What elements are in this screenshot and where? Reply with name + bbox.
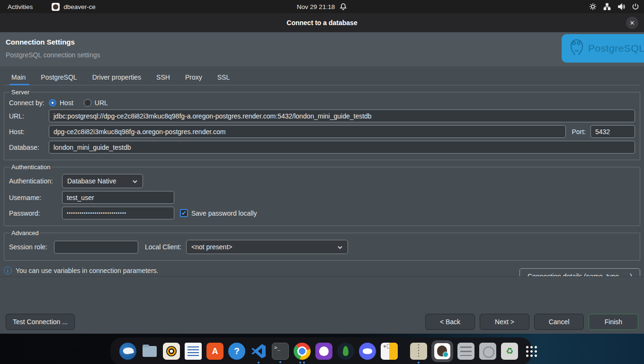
discord-icon[interactable] <box>359 343 376 360</box>
system-status-area[interactable] <box>589 3 639 10</box>
files-icon[interactable] <box>141 343 158 360</box>
archive-manager-icon[interactable] <box>410 343 427 360</box>
authentication-select[interactable]: Database Native <box>62 174 143 188</box>
dbeaver-app-icon <box>52 3 60 11</box>
network-icon <box>603 3 611 10</box>
page-subtitle: PostgreSQL connection settings <box>6 51 100 59</box>
focused-app-name: dbeaver-ce <box>63 3 96 10</box>
rhythmbox-icon[interactable] <box>163 343 180 360</box>
disks-icon[interactable] <box>479 343 496 360</box>
save-password-label: Save password locally <box>191 209 257 217</box>
trash-icon[interactable]: ♻ <box>501 343 518 360</box>
postgresql-elephant-icon <box>568 38 585 59</box>
radio-host-label: Host <box>60 99 73 107</box>
server-group: Server Connect by: Host URL <box>4 89 640 160</box>
wizard-header: Connection Settings PostgreSQL connectio… <box>0 32 644 66</box>
volume-icon <box>617 3 625 10</box>
authentication-legend: Authentication <box>10 164 52 171</box>
database-label: Database: <box>9 144 49 151</box>
brightness-icon <box>589 3 597 10</box>
mongodb-compass-icon[interactable] <box>337 343 354 360</box>
database-input[interactable] <box>49 141 635 154</box>
session-role-label: Session role: <box>9 243 54 251</box>
postgresql-logo-text: PostgreSQL <box>588 43 644 54</box>
server-legend: Server <box>10 89 31 96</box>
chevron-down-icon <box>132 178 138 184</box>
wizard-button-bar: Test Connection ... < Back Next > Cancel… <box>0 314 644 330</box>
thunderbird-icon[interactable] <box>119 343 136 360</box>
bell-icon <box>340 3 347 10</box>
postgresql-logo: PostgreSQL <box>562 34 644 63</box>
radio-host-dot-icon <box>49 99 56 107</box>
host-input[interactable] <box>49 125 566 138</box>
ubuntu-software-icon[interactable] <box>206 343 224 360</box>
tab-ssl[interactable]: SSL <box>216 71 231 85</box>
password-input[interactable] <box>62 207 174 219</box>
hint-text: You can use variables in connection para… <box>16 266 158 274</box>
back-button[interactable]: < Back <box>425 314 475 330</box>
dbeaver-taskbar-icon[interactable] <box>431 340 453 362</box>
session-role-input[interactable] <box>54 241 138 254</box>
dialog-titlebar: Connect to a database ✕ <box>0 13 644 32</box>
local-client-label: Local Client: <box>145 243 181 251</box>
port-input[interactable] <box>590 125 635 138</box>
tab-main[interactable]: Main <box>10 71 27 85</box>
advanced-legend: Advanced <box>10 229 40 237</box>
finish-button[interactable]: Finish <box>589 314 638 330</box>
activities-button[interactable]: Activities <box>8 3 33 10</box>
url-input[interactable] <box>49 109 635 122</box>
dbeaver-logo-icon <box>434 343 450 359</box>
local-client-select[interactable]: <not present> <box>186 240 348 254</box>
test-connection-button[interactable]: Test Connection ... <box>6 314 75 330</box>
authentication-value: Database Native <box>67 177 116 185</box>
username-input[interactable] <box>62 191 174 204</box>
terminal-icon[interactable]: >_ <box>272 343 289 360</box>
power-icon <box>632 3 639 10</box>
radio-url-label: URL <box>95 99 108 107</box>
radio-url-dot-icon <box>84 99 91 107</box>
port-label: Port: <box>572 128 586 136</box>
dialog-body: Main PostgreSQL Driver properties SSH Pr… <box>0 66 644 334</box>
screen: Activities dbeaver-ce Nov 29 21:18 <box>0 0 644 364</box>
radio-connect-by-host[interactable]: Host <box>49 99 73 107</box>
focused-app-menu[interactable]: dbeaver-ce <box>52 3 96 11</box>
close-icon[interactable]: ✕ <box>626 17 638 29</box>
save-password-checkbox[interactable]: ✔ <box>180 209 188 217</box>
radio-connect-by-url[interactable]: URL <box>84 99 108 107</box>
page-title: Connection Settings <box>6 38 75 46</box>
url-label: URL: <box>9 112 49 120</box>
dock: >_ ♻ <box>110 337 532 364</box>
cancel-button[interactable]: Cancel <box>534 314 584 330</box>
dialog-title: Connect to a database <box>286 19 357 27</box>
connect-by-label: Connect by: <box>9 99 49 107</box>
authentication-group: Authentication Authentication: Database … <box>4 164 640 226</box>
settings-icon[interactable] <box>457 343 474 360</box>
tab-driver-properties[interactable]: Driver properties <box>91 71 142 85</box>
desktop-wallpaper: >_ ♻ <box>0 334 644 364</box>
chevron-down-icon <box>337 244 343 250</box>
help-icon[interactable] <box>228 343 245 360</box>
main-tab-content: Main PostgreSQL Driver properties SSH Pr… <box>0 66 644 277</box>
advanced-group: Advanced Session role: Local Client: <no… <box>4 229 640 261</box>
libreoffice-writer-icon[interactable] <box>185 343 202 360</box>
password-label: Password: <box>9 209 62 217</box>
host-label: Host: <box>9 128 49 136</box>
github-desktop-icon[interactable] <box>315 343 332 360</box>
tab-proxy[interactable]: Proxy <box>184 71 203 85</box>
system-topbar: Activities dbeaver-ce Nov 29 21:18 <box>0 0 644 13</box>
connection-details-button[interactable]: Connection details (name, type, ... ) <box>519 268 640 277</box>
info-icon: i <box>4 266 12 274</box>
calculator-icon[interactable] <box>381 343 398 360</box>
username-label: Username: <box>9 194 62 201</box>
app-grid-icon[interactable] <box>523 343 540 360</box>
local-client-value: <not present> <box>191 243 232 251</box>
authentication-label: Authentication: <box>9 177 62 185</box>
vscode-icon[interactable] <box>250 343 267 360</box>
tab-postgresql[interactable]: PostgreSQL <box>40 71 78 85</box>
hint-row: i You can use variables in connection pa… <box>4 266 640 277</box>
next-button[interactable]: Next > <box>480 314 529 330</box>
chrome-icon[interactable] <box>294 343 311 360</box>
tab-bar: Main PostgreSQL Driver properties SSH Pr… <box>4 71 640 85</box>
tab-ssh[interactable]: SSH <box>155 71 171 85</box>
clock-menu[interactable]: Nov 29 21:18 <box>297 3 347 10</box>
